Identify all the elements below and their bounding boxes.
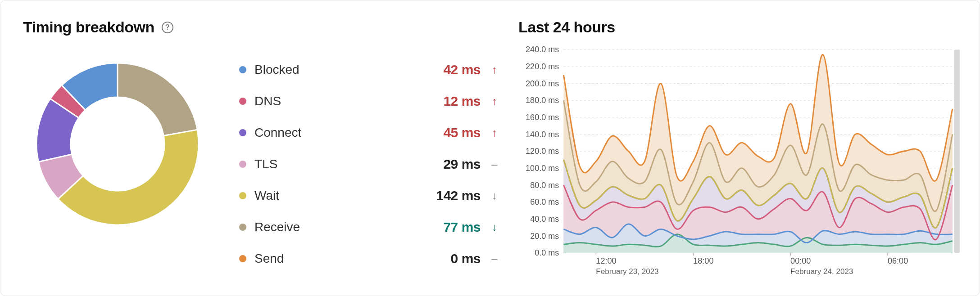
trend-down-icon: ↓ — [489, 221, 500, 233]
timing-area-chart[interactable]: 0.0 ms20.0 ms40.0 ms60.0 ms80.0 ms100.0 … — [518, 45, 962, 282]
legend-dot-dns — [239, 98, 246, 105]
y-tick: 220.0 ms — [526, 62, 559, 71]
right-column: Last 24 hours 0.0 ms20.0 ms40.0 ms60.0 m… — [518, 18, 962, 282]
legend-row-receive[interactable]: Receive77 ms↓ — [239, 220, 500, 235]
left-title-row: Timing breakdown ? — [23, 18, 518, 36]
x-sub-label: February 23, 2023 — [596, 267, 658, 276]
legend-value-receive: 77 ms — [431, 220, 481, 235]
trend-flat-icon: – — [489, 158, 500, 170]
legend-dot-send — [239, 255, 246, 262]
legend-value-wait: 142 ms — [431, 188, 481, 203]
y-tick: 240.0 ms — [526, 45, 559, 54]
legend-label-receive: Receive — [254, 220, 423, 234]
y-tick: 180.0 ms — [526, 96, 559, 105]
help-icon[interactable]: ? — [162, 22, 173, 33]
legend-row-blocked[interactable]: Blocked42 ms↑ — [239, 62, 500, 77]
donut-slice-receive[interactable] — [118, 63, 197, 136]
legend-row-send[interactable]: Send0 ms– — [239, 251, 500, 266]
timing-donut-chart — [23, 49, 212, 238]
y-tick: 20.0 ms — [530, 231, 559, 240]
legend-label-dns: DNS — [254, 94, 423, 108]
left-body: Blocked42 ms↑DNS12 ms↑Connect45 ms↑TLS29… — [23, 49, 518, 266]
legend-row-connect[interactable]: Connect45 ms↑ — [239, 125, 500, 140]
y-tick: 120.0 ms — [526, 147, 559, 156]
area-chart-container: 0.0 ms20.0 ms40.0 ms60.0 ms80.0 ms100.0 … — [518, 45, 962, 282]
legend-row-dns[interactable]: DNS12 ms↑ — [239, 94, 500, 109]
legend-dot-connect — [239, 129, 246, 136]
legend-label-tls: TLS — [254, 157, 423, 171]
legend-dot-wait — [239, 192, 246, 199]
legend-dot-receive — [239, 224, 246, 231]
y-tick: 200.0 ms — [526, 79, 559, 88]
last-24-hours-title: Last 24 hours — [518, 18, 615, 36]
trend-up-icon: ↑ — [489, 95, 500, 108]
legend-label-connect: Connect — [254, 126, 423, 140]
legend-value-blocked: 42 ms — [431, 62, 481, 77]
timing-panel: Timing breakdown ? Blocked42 ms↑DNS12 ms… — [0, 0, 980, 296]
x-tick: 18:00 — [693, 256, 713, 265]
y-tick: 80.0 ms — [530, 180, 559, 189]
legend-value-dns: 12 ms — [431, 94, 481, 109]
chart-scroll-handle[interactable] — [954, 49, 960, 253]
y-tick: 100.0 ms — [526, 164, 559, 173]
y-tick: 140.0 ms — [526, 130, 559, 139]
legend-dot-tls — [239, 161, 246, 168]
x-tick: 12:00 — [596, 256, 616, 265]
legend-label-send: Send — [254, 251, 423, 266]
trend-up-icon: ↑ — [489, 63, 500, 76]
legend-label-wait: Wait — [254, 188, 423, 203]
legend-value-tls: 29 ms — [431, 157, 481, 172]
timing-legend: Blocked42 ms↑DNS12 ms↑Connect45 ms↑TLS29… — [239, 49, 518, 266]
legend-dot-blocked — [239, 66, 246, 73]
y-tick: 60.0 ms — [530, 197, 559, 206]
x-tick: 00:00 — [790, 256, 811, 265]
x-sub-label: February 24, 2023 — [790, 267, 853, 276]
legend-value-send: 0 ms — [431, 251, 481, 266]
legend-row-tls[interactable]: TLS29 ms– — [239, 157, 500, 172]
right-title-row: Last 24 hours — [518, 18, 962, 36]
y-tick: 40.0 ms — [530, 215, 559, 224]
trend-flat-icon: – — [489, 252, 500, 265]
trend-down-icon: ↓ — [489, 189, 500, 202]
legend-value-connect: 45 ms — [431, 125, 481, 140]
x-tick: 06:00 — [888, 256, 908, 265]
left-column: Timing breakdown ? Blocked42 ms↑DNS12 ms… — [23, 18, 518, 282]
trend-up-icon: ↑ — [489, 126, 500, 139]
y-tick: 0.0 ms — [535, 248, 559, 257]
legend-row-wait[interactable]: Wait142 ms↓ — [239, 188, 500, 203]
y-tick: 160.0 ms — [526, 113, 559, 122]
legend-label-blocked: Blocked — [254, 63, 423, 77]
timing-breakdown-title: Timing breakdown — [23, 18, 154, 36]
